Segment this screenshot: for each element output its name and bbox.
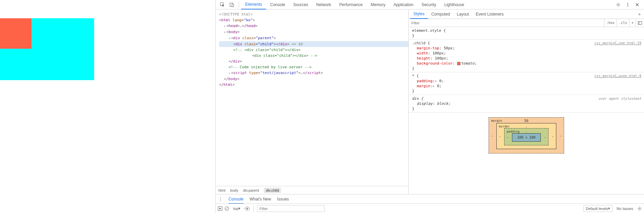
drawer-tab-issues[interactable]: Issues [277, 197, 289, 202]
tab-styles[interactable]: Styles [410, 9, 428, 19]
hov-toggle[interactable]: :hov [604, 19, 617, 27]
crumb-parent[interactable]: div.parent [243, 188, 259, 192]
svg-point-4 [627, 3, 628, 3]
svg-rect-2 [232, 4, 234, 7]
bm-margin-left: - [491, 133, 493, 138]
bm-margin-top: 50 [524, 118, 528, 123]
comment-line-2[interactable]: <div class="child"></div> --> [219, 53, 408, 58]
styles-pane: Styles Computed Layout Event Listeners »… [409, 9, 644, 194]
separator [239, 2, 239, 8]
separator [253, 206, 254, 212]
gear-icon[interactable] [615, 1, 622, 8]
doctype-line[interactable]: <!DOCTYPE html> [219, 11, 408, 17]
svg-point-6 [627, 5, 628, 6]
bm-padding-right: - [544, 134, 546, 139]
devtools-panel: Elements Console Sources Network Perform… [215, 0, 644, 213]
bm-content: 100 × 100 [512, 133, 540, 142]
tab-console[interactable]: Console [266, 0, 289, 9]
tab-security[interactable]: Security [417, 0, 440, 9]
child-line-selected[interactable]: <div class="child"></div> == $0 [219, 41, 408, 47]
color-swatch[interactable] [457, 62, 460, 65]
comment-line-1[interactable]: <!-- <div class="child"></div> [219, 47, 408, 53]
console-filter-input[interactable] [257, 205, 325, 212]
cls-toggle[interactable]: .cls [617, 19, 629, 27]
tab-network[interactable]: Network [312, 0, 335, 9]
svg-rect-7 [638, 21, 642, 24]
layout-pane-icon[interactable] [636, 19, 644, 27]
bm-padding-label: padding [507, 129, 519, 134]
log-levels-select[interactable]: Default levels ▾ [583, 205, 613, 212]
tab-memory[interactable]: Memory [367, 0, 389, 9]
inspect-icon[interactable] [219, 1, 226, 8]
tab-elements[interactable]: Elements [241, 0, 266, 9]
html-open[interactable]: <html lang="ko"> [219, 17, 408, 23]
bm-border-right: - [552, 134, 554, 139]
close-icon[interactable] [634, 1, 641, 8]
console-clear-icon[interactable] [224, 206, 229, 211]
svg-point-5 [627, 4, 628, 5]
crumb-body[interactable]: body [230, 188, 238, 192]
tab-lighthouse[interactable]: Lighthouse [440, 0, 468, 9]
elements-pane: <!DOCTYPE html> <html lang="ko"> <head>…… [216, 9, 409, 194]
parent-div [0, 18, 94, 80]
devtools-tabbar: Elements Console Sources Network Perform… [216, 0, 644, 9]
page-viewport [0, 0, 215, 213]
more-tabs-icon[interactable]: » [636, 12, 643, 17]
console-play-icon[interactable] [218, 206, 222, 211]
rule-star[interactable]: * {css_marginC…aspe.html:9 padding:▸ 0; … [409, 72, 644, 95]
tab-computed[interactable]: Computed [428, 9, 453, 19]
console-drawer-tabs: ⋮ Console What's New Issues [216, 194, 644, 204]
rule-element-style[interactable]: element.style { } [409, 27, 644, 40]
crumb-child[interactable]: div.child [264, 188, 281, 193]
breadcrumb: html body div.parent div.child [216, 186, 408, 194]
eye-icon[interactable] [244, 207, 250, 211]
svg-point-3 [618, 4, 619, 5]
bm-padding-top: - [525, 129, 527, 134]
svg-point-12 [246, 208, 248, 209]
bm-margin-right: - [560, 133, 562, 138]
bm-border-left: - [499, 134, 501, 139]
script-line[interactable]: <script type="text/javascript">…</script… [219, 70, 408, 76]
crumb-html[interactable]: html [218, 188, 226, 192]
comment-live-server[interactable]: <!-- Code injected by live-server --> [219, 64, 408, 70]
styles-filter-input[interactable] [409, 19, 604, 27]
body-open[interactable]: <body> [219, 29, 408, 35]
rule-div-ua[interactable]: div {user agent stylesheet display: bloc… [409, 95, 644, 113]
rule-child[interactable]: .child {css_marginC…spe.html:19 margin-t… [409, 40, 644, 72]
style-rules: element.style { } .child {css_marginC…sp… [409, 27, 644, 194]
issues-button[interactable]: No Issues [615, 205, 635, 212]
tab-application[interactable]: Application [389, 0, 417, 9]
context-select[interactable]: top ▾ [231, 205, 242, 212]
console-gear-icon[interactable] [637, 206, 642, 211]
tab-layout[interactable]: Layout [453, 9, 472, 19]
styles-tabbar: Styles Computed Layout Event Listeners » [409, 9, 644, 19]
head-line[interactable]: <head>…</head> [219, 23, 408, 29]
drawer-tab-whatsnew[interactable]: What's New [250, 197, 271, 202]
parent-open[interactable]: <div class="parent"> [219, 35, 408, 41]
parent-close[interactable]: </div> [219, 58, 408, 64]
html-close[interactable]: </html> [219, 82, 408, 88]
dom-tree[interactable]: <!DOCTYPE html> <html lang="ko"> <head>…… [216, 9, 408, 186]
drawer-kebab-icon[interactable]: ⋮ [218, 197, 222, 202]
child-div [0, 18, 31, 49]
styles-filter-bar: :hov .cls + [409, 19, 644, 27]
svg-line-11 [226, 207, 228, 210]
tab-performance[interactable]: Performance [335, 0, 367, 9]
device-icon[interactable] [229, 1, 235, 8]
tab-sources[interactable]: Sources [289, 0, 312, 9]
tab-listeners[interactable]: Event Listeners [472, 9, 507, 19]
bm-margin-label: margin [491, 118, 502, 123]
add-rule-icon[interactable]: + [629, 19, 636, 27]
drawer-tab-console[interactable]: Console [229, 197, 243, 204]
box-model: margin 50 - - border - - - [409, 113, 644, 153]
console-toolbar: top ▾ Default levels ▾ No Issues [216, 204, 644, 213]
kebab-icon[interactable] [624, 1, 631, 8]
bm-padding-left: - [507, 134, 509, 139]
svg-point-13 [639, 208, 640, 209]
body-close[interactable]: </body> [219, 76, 408, 82]
